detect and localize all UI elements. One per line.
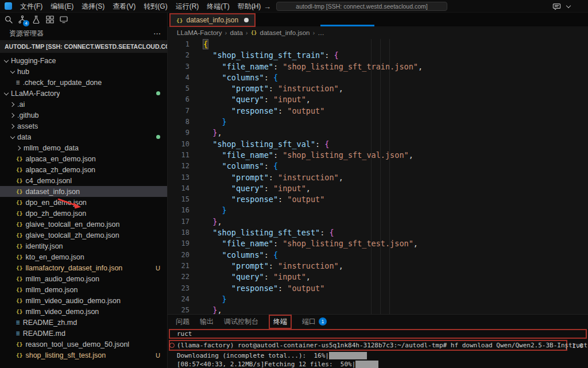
tree-item[interactable]: {}shop_listing_sft_test.jsonU <box>0 350 167 361</box>
json-file-icon: {} <box>251 30 257 36</box>
command-failed-icon <box>169 343 175 348</box>
code-line[interactable]: 19 "file_name": "shop_listing_sft_test.j… <box>168 238 588 249</box>
tree-item[interactable]: mllm_demo_data <box>0 142 167 153</box>
modified-dot-icon[interactable] <box>244 18 249 22</box>
tree-item[interactable]: assets <box>0 121 167 131</box>
panel-tab-ports[interactable]: 端口1 <box>302 317 327 327</box>
command-center-title[interactable]: autodl-tmp [SSH: connect.westd.seetaclou… <box>276 2 447 11</box>
tree-item[interactable]: {}mllm_audio_demo.json <box>0 273 167 284</box>
tree-item[interactable]: {}dataset_info.json <box>0 186 167 197</box>
tree-item[interactable]: hub <box>0 66 167 77</box>
tree-item[interactable]: {}kto_en_demo.json <box>0 251 167 262</box>
menu-item[interactable]: 选择(S) <box>78 0 109 13</box>
terminal-progress-tail: | 1.0 <box>564 341 583 351</box>
editor-tab-dataset-info[interactable]: {} dataset_info.json <box>171 14 254 26</box>
tree-item[interactable]: ≡README_zh.md <box>0 317 167 328</box>
tree-item[interactable]: {}identity.json <box>0 241 167 251</box>
testing-icon[interactable] <box>31 15 41 25</box>
tree-item[interactable]: .ai <box>0 99 167 110</box>
tree-item[interactable]: {}mllm_video_audio_demo.json <box>0 295 167 306</box>
workspace-section-header[interactable]: AUTODL-TMP [SSH: CONNECT.WESTD.SEETACLOU… <box>0 40 167 53</box>
tree-item[interactable]: {}reason_tool_use_demo_50.jsonl <box>0 339 167 350</box>
annotation-box-terminal <box>169 329 587 339</box>
code-line[interactable]: 17 }, <box>168 216 588 227</box>
panel-tab-debug-console[interactable]: 调试控制台 <box>224 317 258 327</box>
code-line[interactable]: 6 "query": "input", <box>168 94 588 105</box>
code-line[interactable]: 3 "file_name": "shop_listing_sft_train.j… <box>168 61 588 72</box>
code-line-text: } <box>189 117 227 126</box>
menu-item[interactable]: 终端(T) <box>203 0 233 13</box>
code-line[interactable]: 21 "prompt": "instruction", <box>168 261 588 272</box>
code-line[interactable]: 14 "query": "input", <box>168 183 588 194</box>
code-line[interactable]: 4 "columns": { <box>168 72 588 83</box>
code-line[interactable]: 10 "shop_listing_sft_val": { <box>168 139 588 150</box>
code-line[interactable]: 5 "prompt": "instruction", <box>168 83 588 94</box>
tree-item[interactable]: {}llamafactory_dataset_info.jsonU <box>0 262 167 273</box>
breadcrumb-item[interactable]: LLaMA-Factory <box>177 29 222 36</box>
menu-item[interactable]: 运行(R) <box>172 0 203 13</box>
code-line[interactable]: 20 "columns": { <box>168 250 588 261</box>
code-line[interactable]: 23 "response": "output" <box>168 283 588 294</box>
code-line[interactable]: 12 "columns": { <box>168 161 588 172</box>
code-editor[interactable]: 1{2 "shop_listing_sft_train": {3 "file_n… <box>168 39 588 314</box>
code-line[interactable]: 24 } <box>168 294 588 305</box>
search-icon[interactable] <box>3 15 13 25</box>
tree-item[interactable]: ≡README.md <box>0 328 167 339</box>
tree-item[interactable]: {}alpaca_en_demo.json <box>0 153 167 164</box>
terminal-content[interactable]: ruct(llama-factory) root@autodl-containe… <box>168 328 588 368</box>
menu-item[interactable]: 查看(V) <box>109 0 140 13</box>
code-line[interactable]: 8 } <box>168 117 588 127</box>
nav-back-icon[interactable]: ← <box>250 2 258 11</box>
json-file-icon: {} <box>16 265 22 271</box>
panel-tab-output[interactable]: 输出 <box>200 317 214 327</box>
code-line[interactable]: 2 "shop_listing_sft_train": { <box>168 50 588 61</box>
code-line[interactable]: 16 } <box>168 205 588 216</box>
code-line[interactable]: 11 "file_name": "shop_listing_sft_val.js… <box>168 150 588 161</box>
tree-item-label: alpaca_zh_demo.json <box>25 166 95 174</box>
code-line-text: { <box>189 40 208 49</box>
menu-item[interactable]: 编辑(E) <box>47 0 78 13</box>
line-number: 24 <box>168 294 189 305</box>
git-changes-dot <box>156 91 160 95</box>
window-title-text: autodl-tmp [SSH: connect.westd.seetaclou… <box>296 3 427 10</box>
chat-icon[interactable] <box>552 2 561 11</box>
line-number: 18 <box>168 227 189 238</box>
source-control-icon[interactable]: 4 <box>17 15 27 25</box>
tree-item[interactable]: {}dpo_en_demo.json <box>0 197 167 208</box>
tree-item[interactable]: ≡.check_for_update_done <box>0 77 167 88</box>
panel-tab-terminal[interactable]: 终端 <box>269 315 292 329</box>
code-line[interactable]: 25 }, <box>168 305 588 314</box>
tree-item[interactable]: {}c4_demo.jsonl <box>0 175 167 186</box>
tree-item[interactable]: {}mllm_demo.json <box>0 284 167 295</box>
code-line[interactable]: 22 "query": "input", <box>168 272 588 282</box>
breadcrumb-item[interactable]: … <box>318 29 324 36</box>
breadcrumb-item[interactable]: data <box>230 29 242 36</box>
code-line[interactable]: 9 }, <box>168 127 588 138</box>
breadcrumb-item[interactable]: dataset_info.json <box>260 29 310 36</box>
tree-item[interactable]: {}dpo_zh_demo.json <box>0 208 167 219</box>
tree-item[interactable]: .github <box>0 110 167 121</box>
tree-item[interactable]: {}glaive_toolcall_en_demo.json <box>0 219 167 230</box>
tree-item[interactable]: Hugging-Face <box>0 55 167 66</box>
remote-explorer-icon[interactable] <box>59 15 68 25</box>
panel-tab-label: 问题 <box>176 317 189 327</box>
tree-item[interactable]: data <box>0 131 167 142</box>
chevron-down-icon[interactable] <box>566 3 571 9</box>
tree-item[interactable]: LLaMA-Factory <box>0 88 167 99</box>
menu-item[interactable]: 转到(G) <box>140 0 171 13</box>
extensions-icon[interactable] <box>45 15 55 25</box>
code-line-text: "shop_listing_sft_train": { <box>189 51 339 60</box>
nav-forward-icon[interactable]: → <box>264 2 271 11</box>
code-line[interactable]: 7 "response": "output" <box>168 106 588 117</box>
more-actions-icon[interactable]: ⋯ <box>153 29 161 38</box>
tree-item[interactable]: {}mllm_video_demo.json <box>0 306 167 317</box>
code-line[interactable]: 15 "response": "output" <box>168 194 588 205</box>
panel-tab-problems[interactable]: 问题 <box>176 317 189 327</box>
breadcrumb-separator: › <box>246 29 248 36</box>
tree-item[interactable]: {}alpaca_zh_demo.json <box>0 164 167 175</box>
menu-item[interactable]: 文件(F) <box>16 0 47 13</box>
code-line[interactable]: 18 "shop_listing_sft_test": { <box>168 227 588 238</box>
tree-item[interactable]: {}glaive_toolcall_zh_demo.json <box>0 230 167 241</box>
code-line[interactable]: 13 "prompt": "instruction", <box>168 172 588 183</box>
code-line[interactable]: 1{ <box>168 39 588 50</box>
